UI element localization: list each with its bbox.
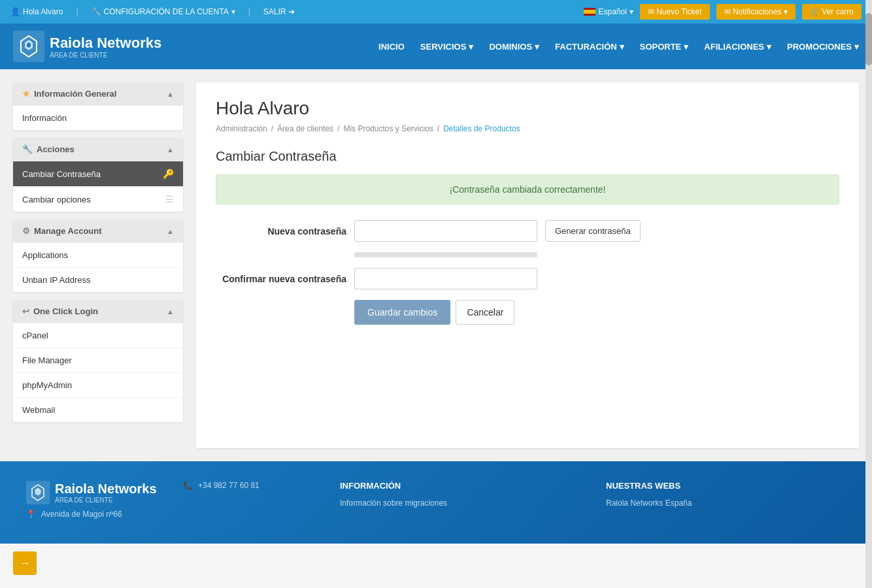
lang-selector[interactable]: Español ▾ — [584, 7, 633, 16]
cart-icon: 🛒 — [810, 7, 820, 16]
sidebar-item-informacion[interactable]: Información — [13, 105, 183, 130]
content-area: ★ Información General ▲ Información 🔧 Ac… — [0, 69, 872, 461]
footer-col-webs: NUESTRAS WEBS Raiola Networks España — [606, 481, 846, 512]
footer-raiola-espana-link[interactable]: Raiola Networks España — [606, 498, 846, 508]
soporte-chevron: ▾ — [684, 42, 688, 52]
new-password-input[interactable] — [354, 220, 537, 242]
password-strength-bar — [354, 252, 537, 257]
footer-info-title: INFORMACIÓN — [340, 481, 580, 491]
phone-icon: 📞 — [183, 481, 193, 490]
logo-text: Raiola Networks Área de Cliente — [50, 35, 161, 59]
confirm-password-group: Confirmar nueva contraseña — [216, 268, 839, 289]
main-content: Hola Alvaro Administración / Área de cli… — [196, 82, 859, 448]
new-ticket-button[interactable]: ✉ Nuevo Ticket — [640, 4, 710, 20]
scrollbar-thumb[interactable] — [865, 13, 872, 65]
new-password-group: Nueva contraseña Generar contraseña — [216, 220, 839, 242]
sidebar-section-info-general: ★ Información General ▲ Información — [13, 82, 183, 130]
cart-button[interactable]: 🛒 Ver carro — [802, 4, 862, 20]
top-bar-left: 👤 Hola Alvaro | 🔧 CONFIGURACIÓN DE LA CU… — [10, 7, 295, 16]
new-password-label: Nueva contraseña — [216, 226, 346, 237]
sidebar-item-applications[interactable]: Applications — [13, 242, 183, 267]
nav-dominios[interactable]: DOMINIOS ▾ — [489, 42, 539, 52]
servicios-chevron: ▾ — [469, 42, 473, 52]
confirm-password-label: Confirmar nueva contraseña — [216, 274, 346, 284]
logo[interactable]: Raiola Networks Área de Cliente — [13, 31, 161, 62]
form-actions: Guardar cambios Cancelar — [354, 300, 839, 325]
dominios-chevron: ▾ — [535, 42, 539, 52]
lang-label: Español — [598, 7, 626, 16]
footer-webs-title: NUESTRAS WEBS — [606, 481, 846, 491]
sidebar: ★ Información General ▲ Información 🔧 Ac… — [13, 82, 183, 448]
confirm-password-input[interactable] — [354, 268, 537, 289]
info-general-chevron: ▲ — [167, 90, 174, 98]
manage-account-chevron: ▲ — [167, 227, 174, 235]
top-bar-right: Español ▾ ✉ Nuevo Ticket ✉ Notificacione… — [584, 4, 862, 20]
top-bar: 👤 Hola Alvaro | 🔧 CONFIGURACIÓN DE LA CU… — [0, 0, 872, 24]
sidebar-item-file-manager[interactable]: File Manager — [13, 348, 183, 372]
breadcrumb-current: Detalles de Productos — [443, 124, 520, 133]
user-link[interactable]: 👤 Hola Alvaro — [10, 7, 63, 16]
sidebar-header-acciones[interactable]: 🔧 Acciones ▲ — [13, 138, 183, 161]
logout-icon: ➜ — [288, 7, 295, 16]
logo-icon — [13, 31, 44, 62]
gear-icon: ⚙ — [22, 226, 30, 236]
notif-chevron: ▾ — [784, 7, 788, 16]
sidebar-header-info-general[interactable]: ★ Información General ▲ — [13, 82, 183, 105]
notif-icon: ✉ — [724, 7, 731, 16]
notifications-button[interactable]: ✉ Notificaciones ▾ — [716, 4, 796, 20]
config-icon: 🔧 — [92, 7, 101, 16]
breadcrumb-mis-productos[interactable]: Mis Productos y Servicios — [343, 124, 433, 133]
config-link[interactable]: 🔧 CONFIGURACIÓN DE LA CUENTA ▾ — [92, 7, 235, 16]
key-icon: 🔑 — [163, 169, 174, 179]
sidebar-section-manage-account: ⚙ Manage Account ▲ Applications Unban IP… — [13, 220, 183, 292]
list-icon: ☰ — [165, 194, 174, 204]
save-button[interactable]: Guardar cambios — [354, 300, 450, 325]
nav-servicios[interactable]: SERVICIOS ▾ — [420, 42, 474, 52]
info-general-title: Información General — [34, 89, 116, 99]
generate-password-button[interactable]: Generar contraseña — [545, 220, 641, 242]
one-click-login-title: One Click Login — [33, 306, 98, 316]
main-nav: Raiola Networks Área de Cliente INICIO S… — [0, 24, 872, 69]
nav-afiliaciones[interactable]: AFILIACIONES ▾ — [704, 42, 771, 52]
footer-logo-icon — [26, 481, 50, 504]
nav-facturacion[interactable]: FACTURACIÓN ▾ — [555, 42, 624, 52]
nav-promociones[interactable]: PROMOCIONES ▾ — [787, 42, 859, 52]
cancel-button[interactable]: Cancelar — [456, 300, 514, 325]
section-title: Cambiar Contraseña — [216, 149, 839, 164]
footer-brand: Raiola Networks — [55, 482, 157, 497]
sidebar-item-cpanel[interactable]: cPanel — [13, 323, 183, 348]
footer-logo: Raiola Networks Área de Cliente — [26, 481, 157, 504]
page-title: Hola Alvaro — [216, 98, 839, 119]
footer-col-info: INFORMACIÓN Información sobre migracione… — [340, 481, 580, 512]
one-click-login-chevron: ▲ — [167, 308, 174, 316]
sidebar-header-manage-account[interactable]: ⚙ Manage Account ▲ — [13, 220, 183, 242]
nav-links: INICIO SERVICIOS ▾ DOMINIOS ▾ FACTURACIÓ… — [378, 42, 859, 52]
promociones-chevron: ▾ — [854, 42, 859, 52]
sidebar-item-cambiar-opciones[interactable]: Cambiar opciones ☰ — [13, 186, 183, 212]
sidebar-item-phpmyadmin[interactable]: phpMyAdmin — [13, 372, 183, 397]
sidebar-item-webmail[interactable]: Webmail — [13, 397, 183, 422]
afiliaciones-chevron: ▾ — [767, 42, 771, 52]
acciones-chevron: ▲ — [167, 146, 174, 154]
footer-sub: Área de Cliente — [55, 497, 157, 504]
manage-account-title: Manage Account — [34, 226, 102, 236]
nav-soporte[interactable]: SOPORTE ▾ — [640, 42, 689, 52]
sidebar-header-one-click-login[interactable]: ↩ One Click Login ▲ — [13, 300, 183, 323]
wrench-icon: 🔧 — [22, 144, 33, 154]
sidebar-item-cambiar-contrasena[interactable]: Cambiar Contraseña 🔑 — [13, 161, 183, 186]
lang-chevron: ▾ — [629, 7, 633, 16]
footer-migraciones-link[interactable]: Información sobre migraciones — [340, 498, 580, 508]
logo-sub: Área de Cliente — [50, 52, 161, 59]
nav-inicio[interactable]: INICIO — [378, 42, 405, 52]
footer: Raiola Networks Área de Cliente 📍 Avenid… — [0, 461, 872, 544]
logout-link[interactable]: SALIR ➜ — [263, 7, 295, 16]
undo-icon: ↩ — [22, 306, 29, 316]
footer-address: 📍 Avenida de Magoi nº66 — [26, 510, 157, 519]
config-label: CONFIGURACIÓN DE LA CUENTA — [104, 7, 229, 16]
sidebar-item-unban-ip[interactable]: Unban IP Address — [13, 267, 183, 292]
scrollbar-track — [865, 0, 872, 544]
logout-label: SALIR — [263, 7, 286, 16]
breadcrumb-administracion[interactable]: Administración — [216, 124, 267, 133]
breadcrumb-area-clientes[interactable]: Área de clientes — [277, 124, 333, 133]
success-message: ¡Contraseña cambiada correctamente! — [216, 174, 839, 204]
